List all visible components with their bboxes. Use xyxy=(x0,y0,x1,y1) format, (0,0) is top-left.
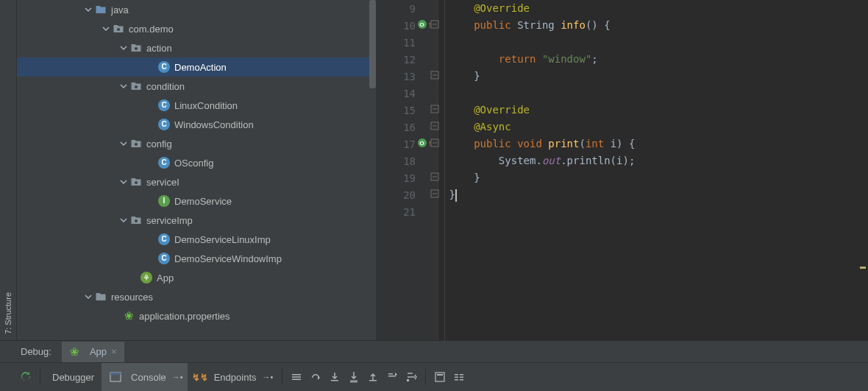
tree-scrollbar-thumb[interactable] xyxy=(369,0,376,88)
code-line[interactable]: @Override xyxy=(443,102,858,119)
console-tab[interactable]: Console →• xyxy=(102,363,188,391)
chevron-down-icon[interactable] xyxy=(101,24,111,34)
package-icon xyxy=(130,80,142,92)
project-tree[interactable]: javacom.demoactionCDemoActionconditionCL… xyxy=(17,0,376,340)
step-over-button[interactable] xyxy=(306,367,325,387)
svg-rect-31 xyxy=(435,373,444,381)
tree-item-config[interactable]: config xyxy=(17,134,376,153)
tree-item-com-demo[interactable]: com.demo xyxy=(17,19,376,38)
chevron-down-icon[interactable] xyxy=(118,215,129,225)
pin-icon[interactable]: →• xyxy=(263,373,274,381)
force-step-into-button[interactable] xyxy=(344,367,363,387)
gutter-line[interactable]: 18 xyxy=(376,152,438,169)
gutter-line[interactable]: 13 xyxy=(376,68,438,85)
chevron-down-icon[interactable] xyxy=(118,81,129,91)
spring-icon xyxy=(140,272,152,283)
line-number: 14 xyxy=(395,88,416,99)
line-number: 16 xyxy=(395,121,416,133)
close-icon[interactable]: × xyxy=(111,346,117,357)
code-line[interactable]: public void print(int i) { xyxy=(443,135,858,152)
debugger-tab[interactable]: Debugger xyxy=(45,363,102,391)
code-line[interactable]: public String info() { xyxy=(443,17,858,34)
trace-current-stream-button[interactable] xyxy=(449,367,469,387)
tree-item-app[interactable]: App xyxy=(17,268,376,287)
code-line[interactable]: System.out.println(i); xyxy=(443,152,858,169)
gutter-line[interactable]: 20 xyxy=(376,186,438,203)
chevron-down-icon[interactable] xyxy=(118,138,129,149)
gutter-line[interactable]: 17O↑ xyxy=(376,135,438,152)
code-line[interactable] xyxy=(443,34,858,51)
chevron-down-icon[interactable] xyxy=(83,292,93,302)
line-number: 9 xyxy=(395,3,416,15)
tree-item-label: serviceImp xyxy=(146,215,193,226)
tree-item-label: resources xyxy=(111,292,153,303)
package-icon xyxy=(130,138,142,149)
drop-frame-button[interactable] xyxy=(383,367,402,387)
tree-item-resources[interactable]: resources xyxy=(17,287,376,306)
tree-item-demoaction[interactable]: CDemoAction xyxy=(17,57,376,77)
tree-item-label: WindowsCondition xyxy=(174,119,254,130)
class-icon: C xyxy=(158,99,170,111)
gutter-line[interactable]: 12 xyxy=(376,51,438,68)
tree-item-demoservice[interactable]: IDemoService xyxy=(17,191,376,211)
editor-code-area[interactable]: @Override public String info() { return … xyxy=(438,0,858,340)
tree-item-windowscondition[interactable]: CWindowsCondition xyxy=(17,115,376,134)
class-icon: C xyxy=(158,253,170,264)
side-tool-strip: 7: Structure xyxy=(0,0,17,340)
gutter-line[interactable]: 10O↑ xyxy=(376,17,438,34)
tree-item-java[interactable]: java xyxy=(17,0,376,19)
error-stripe-mark[interactable] xyxy=(860,267,866,269)
line-number: 19 xyxy=(395,172,416,184)
code-line[interactable]: } xyxy=(443,68,858,85)
tree-item-label: DemoService xyxy=(174,196,232,207)
rerun-button[interactable] xyxy=(16,367,35,387)
text-caret xyxy=(455,189,457,202)
step-into-button[interactable] xyxy=(325,367,344,387)
debug-tabs-row: Debug: App × xyxy=(0,341,868,363)
project-tree-panel: javacom.demoactionCDemoActionconditionCL… xyxy=(17,0,376,340)
line-number: 21 xyxy=(395,206,416,218)
svg-rect-27 xyxy=(350,381,357,381)
code-line[interactable]: @Override xyxy=(443,0,858,17)
tree-item-condition[interactable]: condition xyxy=(17,77,376,96)
editor-gutter[interactable]: 910O↑11121314151617O↑18192021 xyxy=(376,0,438,340)
editor-scrollbar[interactable] xyxy=(858,0,868,340)
chevron-down-icon[interactable] xyxy=(118,177,129,187)
pin-icon[interactable]: →• xyxy=(172,373,183,381)
tree-item-serviceimp[interactable]: serviceImp xyxy=(17,211,376,230)
tree-item-linuxcondition[interactable]: CLinuxCondition xyxy=(17,96,376,115)
code-line[interactable] xyxy=(443,203,858,220)
code-line[interactable] xyxy=(443,85,858,102)
gutter-line[interactable]: 16 xyxy=(376,119,438,135)
svg-point-3 xyxy=(135,143,138,146)
gutter-line[interactable]: 14 xyxy=(376,85,438,102)
debug-toolbar: Debugger Console →• ↯↯ Endpoints →• xyxy=(0,363,868,391)
chevron-down-icon[interactable] xyxy=(118,43,129,53)
interface-icon: I xyxy=(158,195,170,207)
structure-tool-tab[interactable]: 7: Structure xyxy=(4,286,13,340)
tree-item-demoservicelinuximp[interactable]: CDemoServiceLinuxImp xyxy=(17,230,376,249)
evaluate-expression-button[interactable] xyxy=(430,367,449,387)
gutter-line[interactable]: 9 xyxy=(376,0,438,17)
chevron-down-icon[interactable] xyxy=(83,4,93,15)
code-line[interactable]: return "window"; xyxy=(443,51,858,68)
run-to-cursor-button[interactable] xyxy=(402,367,421,387)
tree-item-label: OSconfig xyxy=(174,158,213,169)
code-line[interactable]: } xyxy=(443,169,858,186)
gutter-line[interactable]: 15 xyxy=(376,102,438,119)
endpoints-tab[interactable]: ↯↯ Endpoints →• xyxy=(188,363,278,391)
tree-item-action[interactable]: action xyxy=(17,38,376,57)
show-frames-button[interactable] xyxy=(287,367,306,387)
step-out-button[interactable] xyxy=(363,367,383,387)
gutter-line[interactable]: 11 xyxy=(376,34,438,51)
tree-item-demoservicewindowimp[interactable]: CDemoServiceWindowImp xyxy=(17,249,376,268)
debug-session-tab-app[interactable]: App × xyxy=(62,342,124,362)
code-line[interactable]: } xyxy=(443,186,858,203)
gutter-line[interactable]: 21 xyxy=(376,203,438,220)
gutter-line[interactable]: 19 xyxy=(376,169,438,186)
code-editor[interactable]: 910O↑11121314151617O↑18192021 @Override … xyxy=(376,0,868,340)
tree-item-osconfig[interactable]: COSconfig xyxy=(17,153,376,172)
tree-item-servicei[interactable]: serviceI xyxy=(17,172,376,191)
code-line[interactable]: @Async xyxy=(443,119,858,135)
tree-item-application-properties[interactable]: application.properties xyxy=(17,306,376,325)
